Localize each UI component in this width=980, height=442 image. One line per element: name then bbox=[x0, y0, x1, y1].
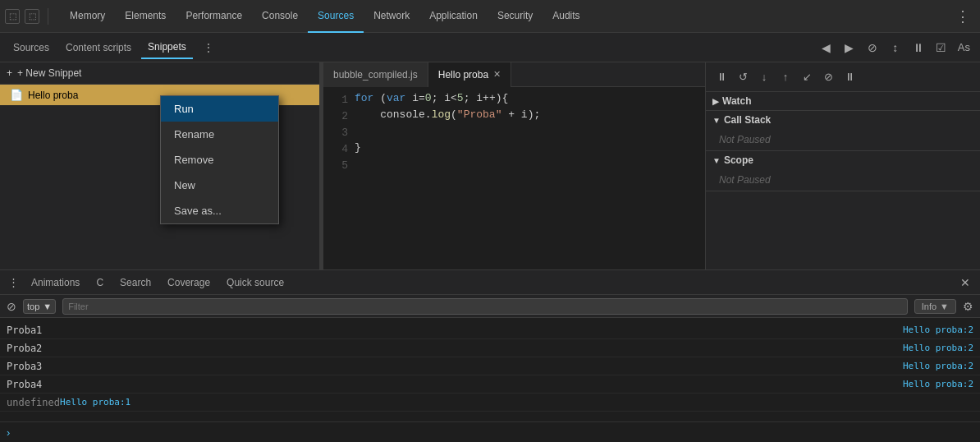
more-tab-options-icon[interactable]: ⋮ bbox=[199, 41, 218, 54]
close-tab-icon[interactable]: ✕ bbox=[493, 69, 501, 80]
breakpoint-icon[interactable]: ⊘ bbox=[863, 38, 882, 58]
pause-on-exceptions-button[interactable]: ⏸ bbox=[840, 68, 859, 86]
context-menu-item-new[interactable]: New bbox=[161, 173, 278, 198]
line-num-4: 4 bbox=[323, 141, 348, 158]
bottom-tab-quick-source[interactable]: Quick source bbox=[220, 270, 291, 295]
console-text: Proba2 bbox=[7, 343, 903, 354]
pause-resume-button[interactable]: ⏸ bbox=[712, 68, 730, 86]
src-tab-content-scripts[interactable]: Content scripts bbox=[59, 36, 138, 59]
call-stack-triangle-icon: ▼ bbox=[712, 116, 721, 125]
log-level-value: Info bbox=[922, 302, 936, 311]
context-menu-item-rename[interactable]: Rename bbox=[161, 122, 278, 147]
scope-section: ▼ Scope Not Paused bbox=[706, 151, 980, 191]
step-button[interactable]: ↙ bbox=[798, 68, 816, 86]
context-menu: RunRenameRemoveNewSave as... bbox=[160, 95, 279, 224]
context-selector[interactable]: top ▼ bbox=[23, 299, 56, 314]
console-source-link[interactable]: Hello proba:2 bbox=[903, 343, 973, 353]
editor-tab-bubble-compiled-js[interactable]: bubble_compiled.js bbox=[323, 62, 428, 87]
plus-icon: + bbox=[7, 67, 12, 79]
src-tab-snippets[interactable]: Snippets bbox=[141, 36, 193, 59]
top-tab-network[interactable]: Network bbox=[364, 0, 419, 33]
code-line-3 bbox=[355, 123, 705, 140]
bottom-drag-icon[interactable]: ⋮ bbox=[5, 276, 21, 288]
context-menu-item-run[interactable]: Run bbox=[161, 96, 278, 122]
call-stack-section-header[interactable]: ▼ Call Stack bbox=[706, 111, 980, 129]
block-console-icon[interactable]: ⊘ bbox=[7, 300, 16, 313]
collapse-panel-icon[interactable]: ◀ bbox=[817, 38, 836, 58]
console-source-link[interactable]: Hello proba:1 bbox=[60, 397, 131, 407]
bottom-tab-search[interactable]: Search bbox=[113, 270, 158, 295]
panel-label: As bbox=[955, 41, 973, 53]
watch-section-header[interactable]: ▶ Watch bbox=[706, 92, 980, 110]
snippet-file-icon: 📄 bbox=[10, 89, 23, 101]
step-out-button[interactable]: ↑ bbox=[776, 68, 795, 86]
line-num-1: 1 bbox=[323, 92, 348, 108]
pause-on-exception-icon[interactable]: ⏸ bbox=[909, 38, 928, 58]
step-icon[interactable]: ↕ bbox=[886, 38, 905, 58]
context-menu-item-save-as---[interactable]: Save as... bbox=[161, 198, 278, 223]
code-line-5 bbox=[355, 156, 705, 173]
code-line-1: for (var i=0; i<5; i++){ bbox=[355, 90, 705, 107]
call-stack-label: Call Stack bbox=[724, 114, 771, 126]
context-menu-item-remove[interactable]: Remove bbox=[161, 147, 278, 173]
console-source-link[interactable]: Hello proba:2 bbox=[903, 361, 973, 371]
bottom-tabs: ⋮ AnimationsCSearchCoverageQuick source✕ bbox=[0, 270, 980, 295]
code-line-2: console.log("Proba" + i); bbox=[355, 107, 705, 123]
console-toolbar: ⊘ top ▼ Info ▼ ⚙ bbox=[0, 295, 980, 318]
console-input[interactable] bbox=[16, 427, 973, 439]
bottom-tab-coverage[interactable]: Coverage bbox=[161, 270, 217, 295]
snippet-name: Hello proba bbox=[28, 90, 78, 101]
editor-tab-hello-proba[interactable]: Hello proba✕ bbox=[428, 62, 511, 87]
responsive-icon[interactable]: ⬚ bbox=[25, 9, 39, 24]
editor-tabs: bubble_compiled.jsHello proba✕ bbox=[323, 62, 705, 87]
console-filter-input[interactable] bbox=[62, 298, 908, 315]
console-text: Proba4 bbox=[7, 379, 903, 390]
console-output: Proba1Hello proba:2Proba2Hello proba:2Pr… bbox=[0, 318, 980, 421]
top-tab-elements[interactable]: Elements bbox=[115, 0, 176, 33]
bottom-tab-animations[interactable]: Animations bbox=[25, 270, 86, 295]
top-tab-performance[interactable]: Performance bbox=[176, 0, 252, 33]
console-prompt[interactable]: › bbox=[0, 421, 980, 442]
more-options-icon[interactable]: ⋮ bbox=[950, 7, 975, 25]
console-row: Proba2Hello proba:2 bbox=[0, 339, 980, 357]
top-tab-sources[interactable]: Sources bbox=[308, 0, 364, 33]
console-text: Proba3 bbox=[7, 361, 903, 372]
console-text: undefined bbox=[7, 397, 60, 408]
watch-label: Watch bbox=[722, 95, 752, 107]
deactivate-breakpoints-button[interactable]: ⊘ bbox=[819, 68, 837, 86]
panel-action-icon[interactable]: ▶ bbox=[840, 38, 859, 58]
top-tab-application[interactable]: Application bbox=[419, 0, 488, 33]
top-tab-memory[interactable]: Memory bbox=[60, 0, 115, 33]
new-snippet-button[interactable]: + + New Snippet bbox=[0, 62, 319, 85]
devtools-icons: ⬚ ⬚ bbox=[5, 8, 52, 25]
checkbox-icon[interactable]: ☑ bbox=[932, 38, 951, 58]
step-over-button[interactable]: ↺ bbox=[734, 68, 752, 86]
top-tab-console[interactable]: Console bbox=[252, 0, 308, 33]
scope-label: Scope bbox=[724, 154, 753, 166]
code-line-4: } bbox=[355, 140, 705, 156]
line-num-5: 5 bbox=[323, 158, 348, 174]
log-level-dropdown-icon: ▼ bbox=[940, 302, 949, 311]
console-source-link[interactable]: Hello proba:2 bbox=[903, 325, 973, 335]
call-stack-section: ▼ Call Stack Not Paused bbox=[706, 111, 980, 151]
close-bottom-panel-icon[interactable]: ✕ bbox=[955, 276, 975, 289]
bottom-tab-c[interactable]: C bbox=[89, 270, 110, 295]
log-level-selector[interactable]: Info ▼ bbox=[914, 299, 956, 314]
panel-toolbar-icons: ◀ ▶ ⊘ ↕ ⏸ ☑ As bbox=[817, 38, 973, 58]
device-icon[interactable]: ⬚ bbox=[5, 9, 20, 24]
console-settings-icon[interactable]: ⚙ bbox=[963, 300, 973, 313]
console-text: Proba1 bbox=[7, 325, 903, 336]
line-num-3: 3 bbox=[323, 125, 348, 141]
top-tab-audits[interactable]: Audits bbox=[543, 0, 589, 33]
debug-toolbar: ⏸ ↺ ↓ ↑ ↙ ⊘ ⏸ bbox=[706, 62, 980, 92]
sources-panel-header: SourcesContent scriptsSnippets ⋮ ◀ ▶ ⊘ ↕… bbox=[0, 33, 980, 62]
src-tab-sources[interactable]: Sources bbox=[7, 36, 56, 59]
watch-section: ▶ Watch bbox=[706, 92, 980, 111]
new-snippet-label: + New Snippet bbox=[17, 67, 81, 79]
bottom-area: ⋮ AnimationsCSearchCoverageQuick source✕… bbox=[0, 269, 980, 442]
context-value: top bbox=[27, 302, 39, 311]
scope-section-header[interactable]: ▼ Scope bbox=[706, 151, 980, 169]
top-tab-security[interactable]: Security bbox=[488, 0, 543, 33]
console-source-link[interactable]: Hello proba:2 bbox=[903, 379, 973, 389]
step-into-button[interactable]: ↓ bbox=[755, 68, 773, 86]
